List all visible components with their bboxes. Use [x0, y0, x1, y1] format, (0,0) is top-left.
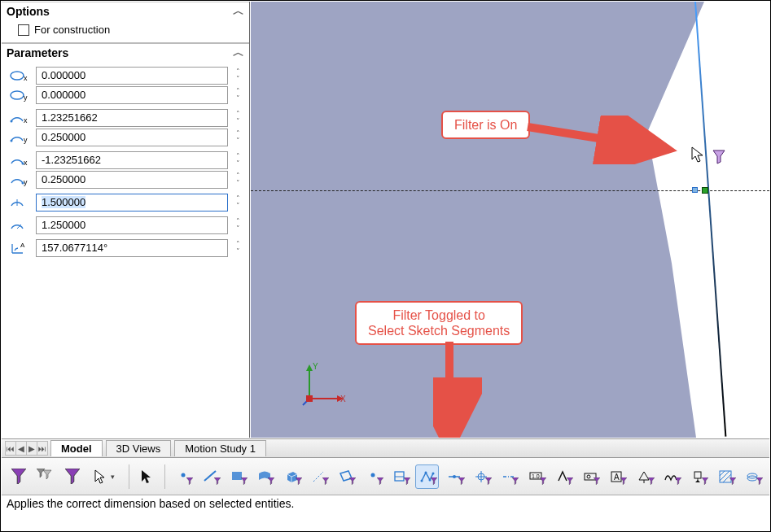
- parameter-row: y0.250000˄˅: [8, 129, 243, 146]
- graphics-viewport[interactable]: X Y Filter is On Filter Toggled to Selec…: [251, 2, 769, 438]
- for-construction-checkbox[interactable]: For construction: [18, 24, 233, 36]
- parameters-section-header[interactable]: Parameters ︿: [2, 42, 249, 62]
- tab-nav-first-icon[interactable]: ⏮: [5, 441, 16, 456]
- spin-down-icon[interactable]: ˅: [233, 95, 243, 102]
- spinner-control[interactable]: ˄˅: [233, 171, 243, 189]
- filter-dimensions-icon[interactable]: 1.0: [523, 464, 547, 489]
- property-manager-panel: Options ︿ For construction Parameters ︿ …: [2, 2, 250, 438]
- svg-line-52: [720, 471, 729, 481]
- parameter-input[interactable]: 0.000000: [36, 86, 228, 104]
- view-triad[interactable]: X Y: [300, 360, 348, 408]
- spinner-control[interactable]: ˄˅: [233, 194, 243, 211]
- svg-point-6: [11, 140, 13, 142]
- svg-text:x: x: [24, 159, 28, 167]
- parameter-input[interactable]: 1.250000: [36, 216, 228, 234]
- filter-badge-icon: [404, 475, 410, 487]
- filter-badge-icon: [729, 475, 736, 487]
- filter-badge-icon: [540, 475, 546, 487]
- spinner-control[interactable]: ˄˅: [233, 129, 243, 146]
- spin-down-icon[interactable]: ˅: [233, 180, 243, 187]
- filter-axes-icon[interactable]: [307, 464, 331, 489]
- filter-center-marks-icon[interactable]: [470, 464, 493, 489]
- snap-point-handle[interactable]: [692, 187, 698, 193]
- filter-weld-beads-icon[interactable]: [659, 464, 683, 489]
- svg-text:x: x: [24, 74, 28, 82]
- svg-text:y: y: [24, 136, 28, 144]
- selection-filter-toggle-icon[interactable]: [7, 464, 30, 489]
- parameter-row: y0.000000˄˅: [8, 86, 243, 104]
- tab-motion-study-1[interactable]: Motion Study 1: [174, 440, 266, 456]
- select-all-filters-icon[interactable]: [61, 464, 85, 489]
- filter-surface-bodies-icon[interactable]: [252, 464, 276, 489]
- spinner-control[interactable]: ˄˅: [233, 151, 243, 169]
- filter-datum-icon[interactable]: [686, 464, 710, 489]
- spin-down-icon[interactable]: ˅: [233, 248, 243, 255]
- tab-nav-last-icon[interactable]: ⏭: [37, 441, 48, 456]
- filter-planes-icon[interactable]: [334, 464, 357, 489]
- filter-badge-icon: [431, 475, 437, 487]
- filter-cosmetic-threads-icon[interactable]: [741, 464, 764, 489]
- filter-badge-icon: [241, 475, 248, 487]
- spin-down-icon[interactable]: ˅: [233, 160, 243, 168]
- filter-solid-bodies-icon[interactable]: [279, 464, 303, 489]
- endpoint-handle[interactable]: [702, 187, 708, 194]
- parameter-input[interactable]: 0.000000: [36, 67, 228, 85]
- axis-x-label: X: [340, 395, 346, 403]
- clear-filters-icon[interactable]: [33, 464, 57, 489]
- parameter-input[interactable]: 1.23251662: [36, 109, 228, 127]
- options-title: Options: [7, 5, 50, 18]
- filter-centerlines-icon[interactable]: [497, 464, 520, 489]
- filter-faces-icon[interactable]: [226, 464, 249, 489]
- dropdown-caret-icon[interactable]: ▾: [107, 473, 117, 481]
- filter-geometric-tolerance-icon[interactable]: [578, 464, 602, 489]
- param-cy: y: [8, 86, 31, 104]
- svg-point-30: [420, 479, 423, 482]
- toolbar-separator: [129, 464, 129, 489]
- spinner-control[interactable]: ˄˅: [233, 86, 243, 104]
- spin-down-icon[interactable]: ˅: [233, 203, 243, 210]
- spinner-control[interactable]: ˄˅: [233, 216, 243, 234]
- parameter-input[interactable]: 1.500000: [36, 194, 228, 211]
- options-section-header[interactable]: Options ︿: [2, 2, 249, 20]
- spin-down-icon[interactable]: ˅: [233, 225, 243, 233]
- filter-hatches-icon[interactable]: [713, 464, 737, 489]
- tab-nav-next-icon[interactable]: ▶: [26, 441, 37, 456]
- parameter-input[interactable]: 157.0677114°: [36, 239, 228, 257]
- filter-badge-icon: [349, 475, 356, 487]
- filter-surface-finish-icon[interactable]: [551, 464, 575, 489]
- filter-badge-icon: [377, 475, 383, 487]
- filter-badge-icon: [702, 475, 708, 487]
- background-region: [607, 2, 769, 438]
- filter-midpoints-icon[interactable]: [442, 464, 466, 489]
- spin-down-icon[interactable]: ˅: [233, 118, 243, 125]
- status-bar: Applies the correct dimension based on s…: [2, 495, 769, 513]
- filter-annotations-icon[interactable]: [632, 464, 655, 489]
- model-tabs-bar: ⏮ ◀ ▶ ⏭ Model3D ViewsMotion Study 1: [2, 438, 769, 458]
- parameter-row: A157.0677114°˄˅: [8, 239, 243, 257]
- filter-sketch-points-icon[interactable]: [361, 464, 384, 489]
- parameter-input[interactable]: 0.250000: [36, 129, 228, 146]
- spinner-control[interactable]: ˄˅: [233, 67, 243, 85]
- param-by: y: [8, 171, 31, 189]
- spin-down-icon[interactable]: ˅: [233, 76, 243, 83]
- svg-line-21: [528, 127, 669, 150]
- tab-3d-views[interactable]: 3D Views: [106, 440, 172, 456]
- spinner-control[interactable]: ˄˅: [233, 109, 243, 127]
- cursor-select-icon[interactable]: ▾: [88, 464, 123, 489]
- spinner-control[interactable]: ˄˅: [233, 239, 243, 257]
- filter-vertices-icon[interactable]: [171, 464, 195, 489]
- filter-sketch-segments-icon[interactable]: [415, 464, 439, 489]
- svg-text:A: A: [20, 242, 25, 249]
- tab-model[interactable]: Model: [50, 440, 103, 456]
- svg-point-2: [11, 91, 24, 99]
- filter-badge-icon: [756, 475, 763, 487]
- filter-notes-icon[interactable]: A: [605, 464, 629, 489]
- invert-selection-icon[interactable]: [135, 464, 159, 489]
- parameter-input[interactable]: 0.250000: [36, 171, 228, 189]
- filter-sketches-icon[interactable]: [388, 464, 412, 489]
- tab-nav-prev-icon[interactable]: ◀: [15, 441, 27, 456]
- spin-down-icon[interactable]: ˅: [233, 137, 243, 145]
- parameters-title: Parameters: [7, 46, 68, 59]
- parameter-input[interactable]: -1.23251662: [36, 151, 228, 169]
- filter-edges-icon[interactable]: [198, 464, 221, 489]
